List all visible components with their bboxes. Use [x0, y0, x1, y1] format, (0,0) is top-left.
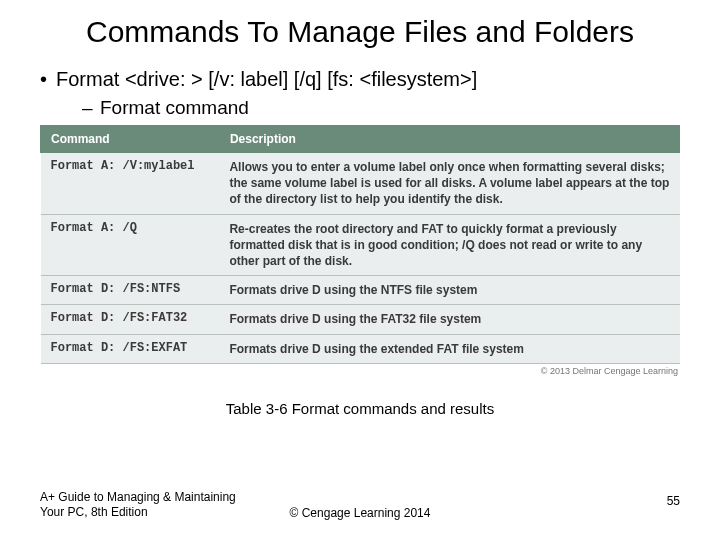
bullet-dot-icon: • [40, 68, 56, 91]
cell-command: Format D: /FS:FAT32 [41, 305, 220, 334]
cell-command: Format A: /V:mylabel [41, 153, 220, 215]
bullet-1-text: Format <drive: > [/v: label] [/q] [fs: <… [56, 68, 477, 90]
cell-description: Formats drive D using the NTFS file syst… [219, 276, 679, 305]
table-row: Format D: /FS:NTFS Formats drive D using… [41, 276, 680, 305]
cell-command: Format A: /Q [41, 214, 220, 276]
footer: A+ Guide to Managing & Maintaining Your … [0, 506, 720, 520]
body: •Format <drive: > [/v: label] [/q] [fs: … [0, 68, 720, 119]
table-caption: Table 3-6 Format commands and results [0, 400, 720, 417]
cell-description: Re-creates the root directory and FAT to… [219, 214, 679, 276]
cell-description: Formats drive D using the extended FAT f… [219, 334, 679, 363]
page-title: Commands To Manage Files and Folders [0, 0, 720, 50]
format-table: Command Description Format A: /V:mylabel… [40, 125, 680, 364]
table-row: Format A: /V:mylabel Allows you to enter… [41, 153, 680, 215]
cell-description: Allows you to enter a volume label only … [219, 153, 679, 215]
col-command: Command [41, 126, 220, 153]
cell-description: Formats drive D using the FAT32 file sys… [219, 305, 679, 334]
table-credit: © 2013 Delmar Cengage Learning [0, 366, 678, 376]
cell-command: Format D: /FS:NTFS [41, 276, 220, 305]
table-row: Format A: /Q Re-creates the root directo… [41, 214, 680, 276]
table-row: Format D: /FS:FAT32 Formats drive D usin… [41, 305, 680, 334]
footer-right: 55 [667, 494, 680, 508]
footer-left: A+ Guide to Managing & Maintaining Your … [40, 490, 240, 520]
bullet-2-text: Format command [100, 97, 249, 118]
cell-command: Format D: /FS:EXFAT [41, 334, 220, 363]
bullet-level-1: •Format <drive: > [/v: label] [/q] [fs: … [40, 68, 680, 91]
slide: Commands To Manage Files and Folders •Fo… [0, 0, 720, 540]
table-row: Format D: /FS:EXFAT Formats drive D usin… [41, 334, 680, 363]
col-description: Description [219, 126, 679, 153]
bullet-dash-icon: – [82, 97, 100, 119]
table-header-row: Command Description [41, 126, 680, 153]
table: Command Description Format A: /V:mylabel… [40, 125, 680, 364]
bullet-level-2: –Format command [82, 97, 680, 119]
